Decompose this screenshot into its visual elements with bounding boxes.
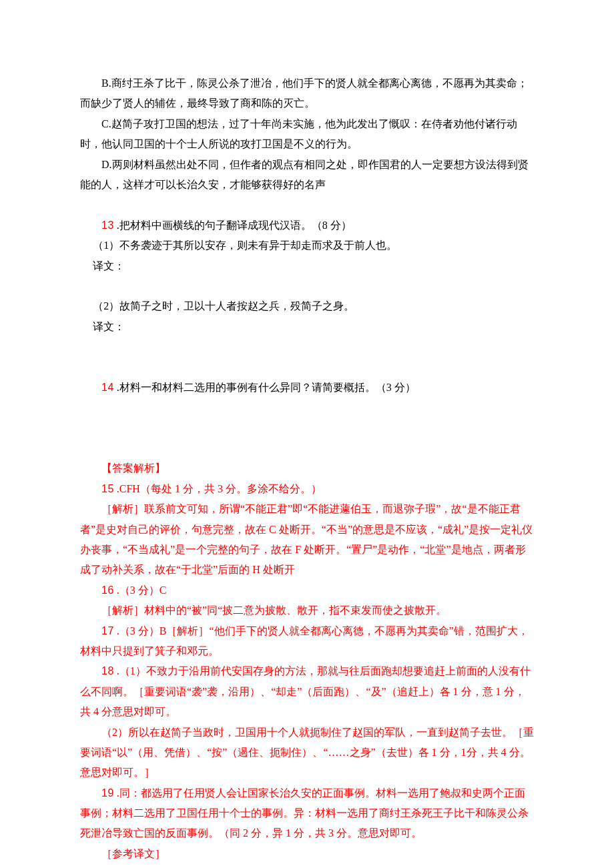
answer-15: 15 .CFH（每处 1 分，共 3 分。多涂不给分。） <box>80 479 534 499</box>
option-c: C.赵简子攻打卫国的想法，过了十年尚未实施，他为此发出了慨叹：在侍者劝他付诸行动… <box>80 114 534 155</box>
answer-15-explain: ［解析］联系前文可知，所谓“不能正君”即“不能进蘧伯玉，而退弥子瑕”，故“是不能… <box>80 499 534 580</box>
answer-17-number: 17 <box>101 625 114 636</box>
answer-19: 19 .同：都选用了任用贤人会让国家长治久安的正面事例。材料一选用了鲍叔和史两个… <box>80 783 534 844</box>
translation-label-2: 译文： <box>80 317 534 337</box>
answer-18-number: 18 <box>101 665 114 677</box>
answer-17: 17 .（3 分）B［解析］“他们手下的贤人就全都离心离德，不愿再为其卖命”错，… <box>80 621 534 662</box>
question-14: 14 .材料一和材料二选用的事例有什么异同？请简要概括。（3 分） <box>80 378 534 398</box>
reference-translation-label: ［参考译文］ <box>80 844 534 864</box>
spacer <box>80 398 534 418</box>
spacer <box>80 438 534 458</box>
spacer <box>80 357 534 377</box>
question-number-13: 13 <box>101 220 114 231</box>
question-13-text: .把材料中画横线的句子翻译成现代汉语。（8 分） <box>114 220 352 231</box>
document-page: B.商纣王杀了比干，陈灵公杀了泄冶，他们手下的贤人就全都离心离德，不愿再为其卖命… <box>0 0 614 868</box>
spacer <box>80 195 534 215</box>
answer-18-p1: 18 .（1）不致力于沿用前代安国存身的方法，那就与往后面跑却想要追赶上前面的人… <box>80 661 534 722</box>
spacer <box>80 337 534 357</box>
spacer <box>80 276 534 296</box>
material-1-label: 材料一： <box>80 864 534 868</box>
question-13-item-2: （2）故简子之时，卫以十人者按赵之兵，殁简子之身。 <box>80 296 534 316</box>
answer-16-number: 16 <box>101 584 114 596</box>
option-b: B.商纣王杀了比干，陈灵公杀了泄冶，他们手下的贤人就全都离心离德，不愿再为其卖命… <box>80 73 534 114</box>
answer-16-text: .（3 分）C <box>114 584 167 596</box>
question-14-text: .材料一和材料二选用的事例有什么异同？请简要概括。（3 分） <box>114 382 416 393</box>
option-d: D.两则材料虽然出处不同，但作者的观点有相同之处，即作国君的人一定要想方设法得到… <box>80 155 534 195</box>
translation-label-1: 译文： <box>80 256 534 276</box>
answer-19-text: .同：都选用了任用贤人会让国家长治久安的正面事例。材料一选用了鲍叔和史两个正面事… <box>80 787 529 839</box>
question-13-stem: 13 .把材料中画横线的句子翻译成现代汉语。（8 分） <box>80 215 534 236</box>
answer-heading: 【答案解析】 <box>80 458 534 478</box>
answer-16: 16 .（3 分）C <box>80 580 534 600</box>
answer-16-explain: ［解析］材料中的“被”同“披二意为披散、散开，指不束发而使之披散开。 <box>80 600 534 620</box>
answer-15-text: .CFH（每处 1 分，共 3 分。多涂不给分。） <box>114 483 322 494</box>
answer-15-number: 15 <box>101 483 114 494</box>
question-number-14: 14 <box>101 382 114 393</box>
spacer <box>80 418 534 438</box>
question-13-item-1: （1）不务袭迹于其所以安存，则未有异于却走而求及于前人也。 <box>80 236 534 256</box>
answer-18-text-1: .（1）不致力于沿用前代安国存身的方法，那就与往后面跑却想要追赶上前面的人没有什… <box>80 665 531 717</box>
answer-18-p2: （2）所以在赵简子当政时，卫国用十个人就扼制住了赵国的军队，一直到赵简子去世。［… <box>80 723 534 783</box>
answer-19-number: 19 <box>101 787 114 799</box>
answer-17-text: .（3 分）B［解析］“他们手下的贤人就全都离心离德，不愿再为其卖命”错，范围扩… <box>80 625 529 657</box>
